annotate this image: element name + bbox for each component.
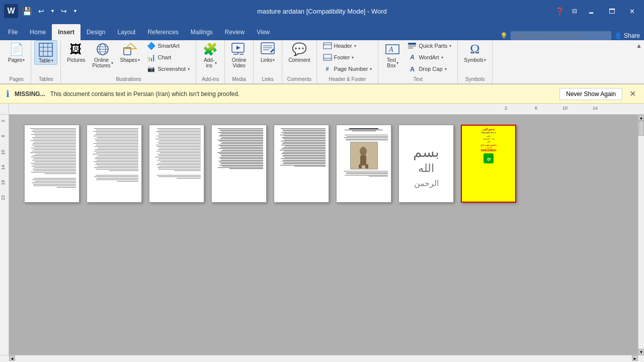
never-show-button[interactable]: Never Show Again xyxy=(559,88,622,100)
page-content-8: تحقیق آنلاین Tahghighonline.ir دانلود ور… xyxy=(462,126,515,202)
ribbon-group-header-footer: Header ▾ Footer ▾ # Page Number ▾ Header… xyxy=(317,40,379,83)
svg-text:A: A xyxy=(388,46,393,53)
comment-button[interactable]: 💬 Comment xyxy=(285,40,313,64)
ribbon-group-tables: Table ▾ Tables xyxy=(31,40,61,83)
h-scrollbar[interactable]: ◄ ► xyxy=(9,355,638,361)
ribbon-tab-review[interactable]: Review xyxy=(219,24,251,40)
help-button[interactable]: ❓ xyxy=(553,6,566,16)
pages-button[interactable]: 📄 Pages ▾ xyxy=(5,40,28,64)
scroll-thumb[interactable] xyxy=(638,121,644,136)
shapes-button[interactable]: Shapes ▾ xyxy=(117,40,143,64)
svg-point-31 xyxy=(360,147,367,156)
dropcap-button[interactable]: A Drop Cap ▾ xyxy=(405,63,454,74)
pictures-icon: 🖼 xyxy=(68,41,84,57)
screenshot-button[interactable]: 📷 Screenshot ▾ xyxy=(144,63,193,74)
svg-rect-33 xyxy=(359,164,362,168)
addins-icon: 🧩 xyxy=(202,41,218,57)
smartart-button[interactable]: 🔷 SmartArt xyxy=(144,40,193,51)
svg-marker-13 xyxy=(236,46,240,50)
online-video-button[interactable]: OnlineVideo xyxy=(228,40,250,69)
v-ruler-label-4: 14 xyxy=(1,165,6,170)
ribbon-group-pages: 📄 Pages ▾ Pages xyxy=(2,40,31,83)
quick-parts-label: Quick Parts xyxy=(419,43,447,49)
close-button[interactable]: ✕ xyxy=(624,6,640,17)
scroll-track xyxy=(638,121,644,349)
text-group-label: Text xyxy=(414,75,423,83)
links-button[interactable]: Links ▾ xyxy=(257,40,279,64)
qat-dropdown[interactable]: ▼ xyxy=(71,8,79,15)
page-thumb-6 xyxy=(336,125,391,203)
quick-parts-button[interactable]: Quick Parts ▾ xyxy=(405,40,454,51)
illustrations-group-label: Illustrations xyxy=(116,75,141,83)
ribbon-tab-home[interactable]: Home xyxy=(24,24,52,40)
smartart-label: SmartArt xyxy=(158,43,180,49)
svg-text:بسم: بسم xyxy=(413,144,439,160)
ribbon-expand-button[interactable]: ▲ xyxy=(636,42,642,49)
table-button[interactable]: Table ▾ xyxy=(34,40,57,65)
online-pictures-button[interactable]: OnlinePictures ▾ xyxy=(89,40,116,69)
header-footer-group-label: Header & Footer xyxy=(329,75,366,83)
scroll-left[interactable]: ◄ xyxy=(9,355,15,361)
h-scroll-track xyxy=(15,355,632,361)
pictures-button[interactable]: 🖼 Pictures xyxy=(64,40,88,64)
ribbon-tab-view[interactable]: View xyxy=(251,24,276,40)
v-scrollbar[interactable]: ▲ ▼ xyxy=(638,115,644,355)
screenshot-icon: 📷 xyxy=(147,64,156,73)
page-content-2 xyxy=(87,125,141,202)
page-thumb-3 xyxy=(149,125,204,203)
svg-rect-34 xyxy=(365,164,368,168)
undo-button[interactable]: ↩ xyxy=(36,6,46,16)
page-number-button[interactable]: # Page Number ▾ xyxy=(320,63,375,74)
header-label: Header xyxy=(334,43,352,49)
illustrations-small-col: 🔷 SmartArt 📊 Chart 📷 Screenshot ▾ xyxy=(144,40,193,74)
chart-button[interactable]: 📊 Chart xyxy=(144,52,193,63)
page-content-3 xyxy=(149,125,204,202)
pages-label: Pages xyxy=(8,57,22,63)
ribbon-group-text: A TextBox ▾ Quick Parts ▾ A xyxy=(378,40,458,83)
addins-label: Add-ins xyxy=(204,57,214,68)
title-bar: W 💾 ↩ ▼ ↪ ▼ masture ardalan [Compatibili… xyxy=(0,0,644,22)
symbols-button[interactable]: Ω Symbols ▾ xyxy=(461,40,489,64)
ribbon-group-media: OnlineVideo Media xyxy=(225,40,254,83)
ribbon-group-illustrations: 🖼 Pictures OnlinePictures ▾ xyxy=(61,40,196,83)
scroll-up[interactable]: ▲ xyxy=(638,115,644,121)
page-content-7: بسم الله الرحمن xyxy=(399,125,453,202)
scroll-right[interactable]: ► xyxy=(632,355,638,361)
scroll-down[interactable]: ▼ xyxy=(638,349,644,355)
minimize-button[interactable]: 🗕 xyxy=(583,6,600,17)
online-pictures-icon xyxy=(95,41,111,57)
wordart-button[interactable]: A WordArt ▾ xyxy=(405,52,454,63)
addins-button[interactable]: 🧩 Add-ins ▾ xyxy=(199,40,221,69)
addins-items: 🧩 Add-ins ▾ xyxy=(199,40,221,75)
ribbon-tab-layout[interactable]: Layout xyxy=(111,24,141,40)
main-area: 14 10 6 2 2 6 10 14 18 22 xyxy=(0,104,644,361)
ribbon-tab-file[interactable]: File xyxy=(2,24,24,40)
page-number-arrow: ▾ xyxy=(370,67,372,71)
save-button[interactable]: 💾 xyxy=(20,6,34,17)
share-button[interactable]: 👤Share xyxy=(614,32,640,39)
svg-rect-21 xyxy=(324,43,332,49)
online-pictures-label: OnlinePictures xyxy=(92,57,110,68)
maximize-button[interactable]: 🗖 xyxy=(604,6,620,17)
dropcap-label: Drop Cap xyxy=(419,66,442,72)
footer-button[interactable]: Footer ▾ xyxy=(320,52,375,63)
v-ruler-label: 2 xyxy=(1,120,6,122)
ribbon-tab-references[interactable]: References xyxy=(141,24,184,40)
ribbon-tab-design[interactable]: Design xyxy=(80,24,111,40)
info-bar: ℹ MISSING... This document contains text… xyxy=(0,84,644,104)
redo-button[interactable]: ↪ xyxy=(59,6,69,16)
ribbon-tab-mailings[interactable]: Mailings xyxy=(185,24,219,40)
svg-rect-23 xyxy=(324,54,332,60)
doc-scroll-area[interactable]: بسم الله الرحمن تحقیق آنلاین xyxy=(9,115,638,355)
textbox-button[interactable]: A TextBox ▾ xyxy=(381,40,404,69)
ruler-corner xyxy=(0,104,9,114)
svg-rect-0 xyxy=(39,43,52,56)
ribbon-tab-insert[interactable]: Insert xyxy=(52,24,80,40)
undo-dropdown[interactable]: ▼ xyxy=(48,8,57,15)
header-button[interactable]: Header ▾ xyxy=(320,40,375,51)
tell-me-input[interactable] xyxy=(511,31,611,40)
info-close-button[interactable]: ✕ xyxy=(627,89,638,99)
ribbon-display-button[interactable]: ⊟ xyxy=(570,7,579,16)
page-thumb-5 xyxy=(274,125,329,203)
ribbon-tabs-row: FileHomeInsertDesignLayoutReferencesMail… xyxy=(0,22,644,40)
